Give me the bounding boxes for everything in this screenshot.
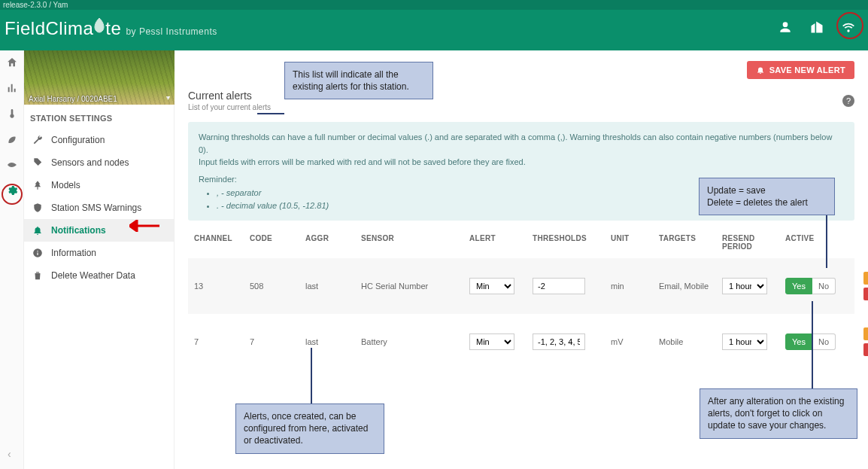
thermometer-icon[interactable] [5, 106, 20, 121]
station-image[interactable]: Axial Harsany / 0020ABE1 ▾ [24, 50, 175, 105]
nav-label: Information [51, 248, 96, 258]
bell-plus-icon [756, 65, 765, 75]
alert-select[interactable]: Min [469, 278, 514, 294]
help-icon[interactable]: ? [842, 95, 854, 107]
active-toggle[interactable]: YesNo [785, 278, 860, 294]
section-subtitle: List of your current alerts [188, 103, 271, 111]
section-title: Current alerts [188, 90, 271, 102]
annotation-box: Alerts, once created, can be configured … [235, 404, 384, 454]
annotation-box: After any alteration on the existing ale… [700, 388, 857, 439]
nav-label: Delete Weather Data [51, 270, 135, 281]
person-icon[interactable] [778, 20, 793, 38]
update-button[interactable]: Update [863, 327, 868, 340]
nav-delete-data[interactable]: Delete Weather Data [24, 264, 174, 287]
left-rail [0, 50, 24, 469]
station-label: Axial Harsany / 0020ABE1 [29, 95, 117, 103]
resend-select[interactable]: 1 hour [722, 278, 767, 294]
resend-select[interactable]: 1 hour [722, 333, 767, 350]
leaf-icon[interactable] [5, 132, 20, 147]
delete-button[interactable]: Delete [863, 288, 868, 300]
save-new-alert-button[interactable]: SAVE NEW ALERT [747, 61, 854, 79]
brand-logo: FieldClima te by Pessl Instruments [5, 17, 217, 39]
sidebar: Axial Harsany / 0020ABE1 ▾ STATION SETTI… [24, 50, 175, 469]
annotation-box: Update = save Delete = deletes the alert [699, 178, 835, 215]
bell-icon [32, 224, 44, 236]
bird-icon[interactable] [5, 157, 20, 172]
shield-icon [32, 202, 44, 214]
annotation-arrow [129, 220, 159, 232]
station-dropdown-icon[interactable]: ▾ [166, 93, 170, 102]
info-icon [32, 247, 44, 259]
table-row: 13 508 last HC Serial Number Min min Ema… [188, 258, 854, 314]
table-row: 7 7 last Battery Min mV Mobile 1 hour Ye… [188, 314, 854, 370]
section-title: STATION SETTINGS [24, 105, 174, 129]
nav-models[interactable]: Models [24, 174, 174, 196]
active-toggle[interactable]: YesNo [785, 333, 860, 350]
nav-label: Configuration [51, 135, 105, 145]
nav-label: Station SMS Warnings [51, 203, 141, 213]
alerts-table: CHANNEL CODE AGGR SENSOR ALERT THRESHOLD… [188, 227, 854, 370]
nav-sensors[interactable]: Sensors and nodes [24, 151, 174, 174]
update-button[interactable]: Update [863, 272, 868, 285]
stats-icon[interactable] [5, 81, 20, 96]
collapse-rail-icon[interactable]: ‹ [8, 448, 11, 460]
nav-sms[interactable]: Station SMS Warnings [24, 196, 174, 219]
nav-information[interactable]: Information [24, 242, 174, 264]
nav-configuration[interactable]: Configuration [24, 129, 174, 151]
release-tag: release-2.3.0 / Yam [0, 0, 868, 10]
alert-select[interactable]: Min [469, 333, 514, 350]
app-header: release-2.3.0 / Yam FieldClima te by Pes… [0, 0, 868, 50]
table-header: CHANNEL CODE AGGR SENSOR ALERT THRESHOLD… [188, 227, 854, 258]
gear-icon[interactable] [5, 183, 20, 198]
trash-icon [32, 270, 44, 282]
buildings-icon[interactable] [809, 20, 824, 38]
tree-icon [32, 179, 44, 191]
leaf-icon [92, 17, 107, 35]
annotation-circle-header [836, 12, 863, 39]
delete-button[interactable]: Delete [863, 343, 868, 356]
nav-label: Sensors and nodes [51, 157, 129, 168]
wrench-icon [32, 134, 44, 146]
nav-label: Models [51, 180, 80, 190]
tag-icon [32, 157, 44, 169]
home-icon[interactable] [5, 55, 20, 70]
threshold-input[interactable] [533, 333, 585, 350]
annotation-box: This list will indicate all the existing… [284, 62, 433, 99]
nav-label: Notifications [51, 225, 106, 236]
threshold-input[interactable] [533, 278, 585, 294]
